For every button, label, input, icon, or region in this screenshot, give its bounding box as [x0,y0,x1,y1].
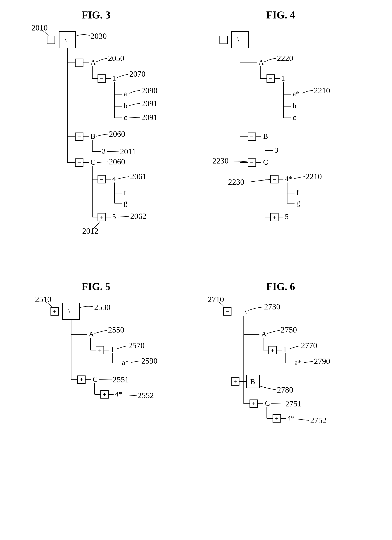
callout-2060b: 2060 [109,157,125,166]
node-1-6: 1 [283,345,287,354]
callout-2062: 2062 [130,212,146,221]
node-C-5: C [93,375,98,383]
node-b: b [124,102,127,110]
callout-2091a: 2091 [141,99,158,108]
callout-2011: 2011 [120,147,136,156]
svg-text:−: − [250,159,254,166]
callout-2210a: 2210 [314,86,330,95]
fig4-title: FIG. 4 [266,9,295,21]
svg-text:+: + [271,347,274,354]
callout-2030: 2030 [90,32,107,41]
svg-text:+: + [233,378,237,385]
fig-3: FIG. 3 − \ 2010 2030 − A 2050 − 1 2070 a… [31,9,158,235]
callout-2050: 2050 [108,54,124,63]
svg-text:−: − [77,133,81,140]
node-B-6: B [250,377,255,386]
figure-sheet: FIG. 3 − \ 2010 2030 − A 2050 − 1 2070 a… [0,0,392,540]
svg-text:−: − [49,36,53,43]
svg-text:+: + [100,214,104,220]
callout-2710: 2710 [208,295,224,304]
callout-2012: 2012 [82,226,98,235]
callout-2010: 2010 [31,23,48,32]
root-label-6: \ [245,308,247,316]
callout-2070: 2070 [129,70,145,79]
node-c-4: c [293,113,296,122]
node-4-5: 4* [115,390,122,398]
svg-text:−: − [273,176,276,183]
node-4-4: 4* [285,175,292,183]
node-a-5: a* [122,358,129,367]
svg-text:−: − [100,176,104,183]
callout-2210b: 2210 [306,172,322,181]
callout-2551: 2551 [113,375,129,384]
node-B-4: B [263,132,268,140]
node-A-4: A [258,58,264,66]
callout-2790: 2790 [314,357,330,366]
node-A: A [90,58,96,66]
root-icon [59,31,76,48]
node-5: 5 [112,212,116,221]
svg-text:−: − [77,59,81,66]
node-3-4: 3 [275,146,278,154]
svg-text:+: + [79,376,83,383]
node-A-6: A [261,330,267,338]
callout-2510: 2510 [35,295,51,304]
svg-text:−: − [269,75,273,82]
node-1-5: 1 [110,345,114,354]
root-label-5: \ [68,307,70,315]
node-C-4: C [263,158,268,166]
callout-2570: 2570 [128,341,144,350]
svg-text:+: + [103,391,106,398]
node-c: c [124,113,127,122]
callout-2091b: 2091 [141,113,158,122]
callout-2530: 2530 [94,303,110,312]
svg-text:+: + [273,214,276,220]
node-a-4: a* [293,90,300,98]
callout-2590: 2590 [141,356,158,365]
fig5-title: FIG. 5 [82,281,110,292]
root-icon-4 [232,31,248,48]
fig-4: FIG. 4 − \ A 2220 − 1 a* 2210 b c − B 3 … [212,9,330,221]
node-b-4: b [293,102,296,110]
fig-5: FIG. 5 + \ 2510 2530 A 2550 + 1 2570 a* … [35,281,158,400]
node-A-5: A [89,330,94,338]
fig-6: FIG. 6 − \ 2710 2730 A 2750 + 1 2770 a* … [208,281,330,425]
node-g-4: g [296,199,300,207]
node-C-6: C [265,399,270,407]
svg-text:−: − [77,159,81,166]
callout-2090: 2090 [141,86,158,95]
svg-text:−: − [225,308,229,315]
callout-2751: 2751 [285,399,302,408]
node-1-4: 1 [281,74,285,82]
node-4-6: 4* [287,414,295,422]
root-label: \ [65,36,67,44]
callout-2060a: 2060 [109,130,125,139]
svg-text:+: + [275,415,279,422]
node-3: 3 [102,147,106,155]
root-label-4: \ [237,36,239,44]
node-f-4: f [296,188,299,197]
callout-2230a: 2230 [212,156,228,165]
svg-text:+: + [53,308,56,315]
root-icon-5 [63,303,79,320]
callout-2750: 2750 [281,325,297,334]
callout-2230b: 2230 [228,178,244,187]
callout-2752: 2752 [310,416,327,425]
node-4: 4 [112,175,116,183]
callout-2770: 2770 [301,341,317,350]
svg-text:+: + [98,347,102,354]
node-f: f [124,188,126,197]
node-g: g [124,199,127,207]
node-a-6: a* [294,358,302,367]
svg-text:+: + [252,400,256,407]
callout-2220: 2220 [277,54,293,63]
node-1: 1 [112,74,116,82]
callout-2730: 2730 [264,302,280,311]
callout-2780: 2780 [277,385,293,395]
callout-2550: 2550 [108,325,124,334]
node-B: B [90,132,95,140]
node-5-4: 5 [285,212,289,221]
callout-2061: 2061 [130,172,146,181]
node-C: C [90,158,95,166]
fig6-title: FIG. 6 [266,281,295,292]
